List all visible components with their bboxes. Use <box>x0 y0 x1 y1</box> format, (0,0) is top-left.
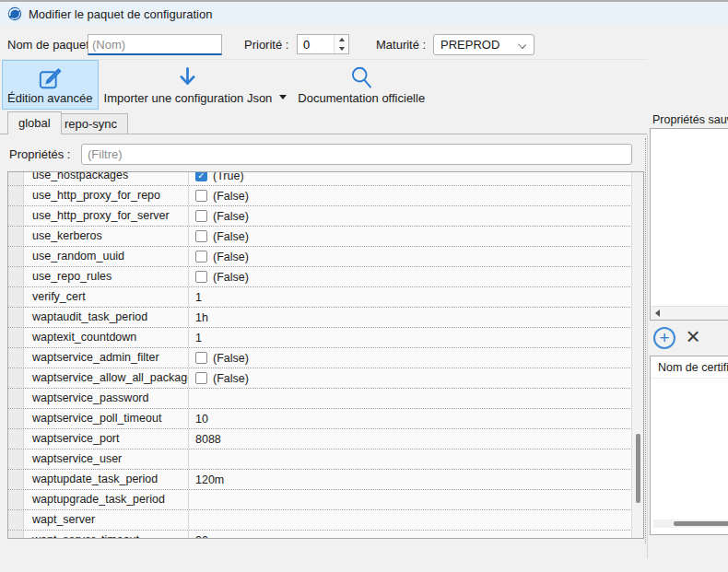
property-value: (False) <box>213 271 249 284</box>
property-value: (False) <box>213 372 249 385</box>
checkbox-unchecked-icon[interactable] <box>195 372 207 384</box>
property-row[interactable]: waptservice_password <box>8 389 643 409</box>
property-row[interactable]: wapt_server_timeout30 <box>8 531 643 539</box>
property-name: wapt_server <box>24 510 189 530</box>
tab-global[interactable]: global <box>7 111 62 134</box>
property-row[interactable]: use_hostpackages✓(True) <box>8 171 643 186</box>
grid-vertical-scrollbar[interactable] <box>631 172 643 538</box>
row-indicator <box>8 227 24 246</box>
row-indicator <box>8 247 24 266</box>
property-value-cell[interactable]: (False) <box>189 186 643 205</box>
property-value-cell[interactable]: (False) <box>189 247 643 266</box>
row-indicator <box>8 429 24 449</box>
scroll-left-arrow-icon[interactable] <box>655 309 660 317</box>
advanced-edit-button[interactable]: Édition avancée <box>2 60 99 110</box>
add-certificate-button[interactable]: + <box>653 327 675 349</box>
certificate-name-header: Nom de certificat <box>651 356 728 379</box>
property-row[interactable]: wapt_server <box>8 510 643 531</box>
property-row[interactable]: waptservice_port8088 <box>8 429 643 449</box>
delete-certificate-button[interactable]: × <box>683 324 703 348</box>
property-name: use_http_proxy_for_server <box>24 206 189 226</box>
property-row[interactable]: waptservice_user <box>8 449 643 470</box>
property-row[interactable]: waptupdate_task_period120m <box>8 470 643 490</box>
property-row[interactable]: use_random_uuid(False) <box>8 247 643 267</box>
checkbox-unchecked-icon[interactable] <box>195 190 207 202</box>
property-value-cell[interactable]: 1h <box>189 308 643 327</box>
property-row[interactable]: use_kerberos(False) <box>8 227 643 247</box>
property-value-cell[interactable]: (False) <box>189 206 643 226</box>
row-indicator <box>8 389 24 408</box>
tab-page-right-border <box>647 134 648 558</box>
checkbox-unchecked-icon[interactable] <box>195 210 207 222</box>
property-row[interactable]: verify_cert1 <box>8 287 643 308</box>
property-value-cell[interactable] <box>189 449 643 469</box>
magnifier-icon <box>349 64 374 91</box>
property-value-cell[interactable]: ✓(True) <box>189 171 643 185</box>
property-row[interactable]: use_http_proxy_for_server(False) <box>8 206 643 227</box>
property-name: wapt_server_timeout <box>24 531 189 539</box>
certificate-horizontal-scrollbar[interactable] <box>653 519 728 528</box>
tab-repo-sync[interactable]: repo-sync <box>53 113 128 134</box>
import-dropdown-arrow-icon[interactable] <box>279 95 287 99</box>
property-value-cell[interactable] <box>189 490 643 509</box>
property-name: use_repo_rules <box>24 267 189 286</box>
saved-properties-list[interactable] <box>650 128 728 321</box>
property-value-cell[interactable]: (False) <box>189 348 643 368</box>
property-row[interactable]: waptservice_admin_filter(False) <box>8 348 643 368</box>
package-name-label: Nom de paquet : <box>7 35 96 55</box>
panel-splitter[interactable] <box>645 138 646 543</box>
property-value-cell[interactable]: 8088 <box>189 429 643 449</box>
property-row[interactable]: waptexit_countdown1 <box>8 328 643 348</box>
property-value: (True) <box>213 171 244 182</box>
grid-scrollbar-thumb[interactable] <box>636 434 640 503</box>
property-value-cell[interactable]: 1 <box>189 287 643 307</box>
property-value-cell[interactable] <box>189 510 643 530</box>
property-value-cell[interactable]: (False) <box>189 227 643 246</box>
property-row[interactable]: use_http_proxy_for_repo(False) <box>8 186 643 206</box>
property-value: 1 <box>195 332 202 344</box>
import-json-button[interactable]: Importer une configuration Json <box>99 60 278 110</box>
checkbox-unchecked-icon[interactable] <box>195 230 207 242</box>
property-row[interactable]: waptupgrade_task_period <box>8 490 643 510</box>
property-row[interactable]: use_repo_rules(False) <box>8 267 643 287</box>
checkbox-unchecked-icon[interactable] <box>195 251 207 263</box>
certificate-list[interactable]: Nom de certificat <box>650 356 728 535</box>
priority-down-button[interactable] <box>335 44 348 53</box>
priority-input[interactable] <box>298 35 334 53</box>
priority-label: Priorité : <box>244 35 288 55</box>
property-value-cell[interactable]: 30 <box>189 531 643 539</box>
property-row[interactable]: waptservice_poll_timeout10 <box>8 409 643 429</box>
package-name-input[interactable] <box>88 34 222 55</box>
property-value-cell[interactable] <box>189 389 643 408</box>
property-value-cell[interactable]: 1 <box>189 328 643 347</box>
row-indicator <box>8 308 24 327</box>
priority-up-button[interactable] <box>335 35 348 44</box>
maturity-dropdown[interactable]: PREPROD <box>433 34 534 55</box>
property-value-cell[interactable]: 120m <box>189 470 643 489</box>
property-value: (False) <box>213 190 249 203</box>
checkbox-unchecked-icon[interactable] <box>195 352 207 364</box>
saved-list-horizontal-scrollbar[interactable] <box>651 306 728 320</box>
property-name: waptupdate_task_period <box>24 470 189 489</box>
checkbox-unchecked-icon[interactable] <box>195 271 207 283</box>
properties-grid[interactable]: use_hostpackages✓(True)use_http_proxy_fo… <box>7 171 644 539</box>
row-indicator <box>8 171 24 185</box>
property-name: waptexit_countdown <box>24 328 189 347</box>
property-value: (False) <box>213 210 249 223</box>
documentation-button[interactable]: Documentation officielle <box>292 60 430 110</box>
property-value-cell[interactable]: 10 <box>189 409 643 428</box>
row-indicator <box>8 206 24 226</box>
property-name: waptservice_user <box>24 449 189 469</box>
row-indicator <box>8 328 24 347</box>
property-row[interactable]: waptaudit_task_period1h <box>8 308 643 328</box>
properties-filter-input[interactable] <box>81 144 632 165</box>
certificate-scrollbar-thumb[interactable] <box>674 521 728 526</box>
tab-repo-sync-label: repo-sync <box>65 117 117 131</box>
checkbox-checked-icon[interactable]: ✓ <box>195 171 207 181</box>
property-value-cell[interactable]: (False) <box>189 368 643 388</box>
maturity-label: Maturité : <box>376 35 426 55</box>
property-value-cell[interactable]: (False) <box>189 267 643 286</box>
priority-spinner[interactable] <box>297 34 349 54</box>
property-row[interactable]: waptservice_allow_all_packages(False) <box>8 368 643 389</box>
property-value: 120m <box>195 473 224 486</box>
